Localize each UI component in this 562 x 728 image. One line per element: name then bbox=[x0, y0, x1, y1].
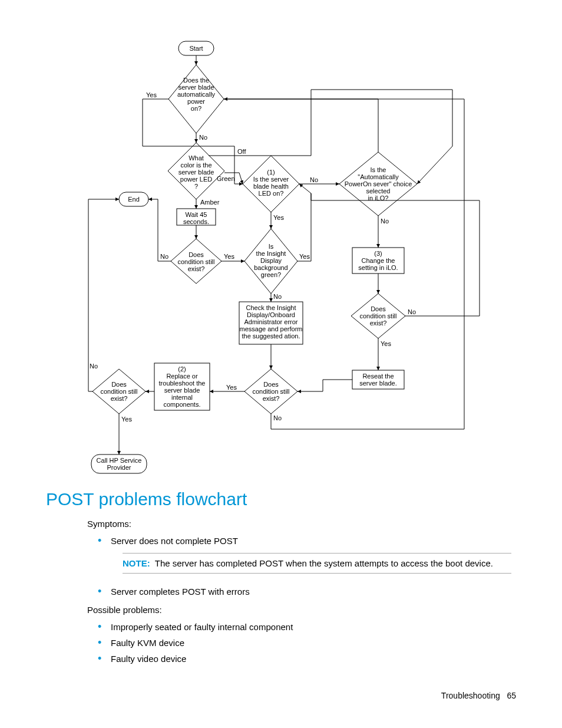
node-ledcolor: Whatcolor is theserver bladepower LED? bbox=[170, 154, 223, 190]
node-wait: Wait 45seconds. bbox=[177, 211, 216, 225]
node-checkins: Check the InsightDisplay/OnboardAdminist… bbox=[239, 304, 303, 340]
lbl-green: Green bbox=[217, 176, 235, 182]
node-cond3: Doescondition stillexist? bbox=[94, 381, 144, 402]
lbl-no: No bbox=[199, 134, 207, 141]
lbl-no5: No bbox=[381, 218, 389, 225]
problem-item: Faulty KVM device bbox=[87, 637, 511, 649]
page-footer: Troubleshooting 65 bbox=[441, 690, 516, 702]
node-changeilo: (3)Change thesetting in iLO. bbox=[352, 250, 404, 271]
node-replace: (2)Replace ortroubleshoot theserver blad… bbox=[154, 365, 210, 408]
node-iloset: Is the"AutomaticallyPowerOn sever" choic… bbox=[342, 166, 415, 202]
problem-item: Faulty video device bbox=[87, 653, 511, 665]
problem-item: Improperly seated or faulty internal com… bbox=[87, 621, 511, 633]
node-reseat: Reseat theserver blade. bbox=[352, 373, 404, 387]
lbl-no7: No bbox=[273, 415, 282, 421]
footer-page: 65 bbox=[507, 691, 516, 700]
node-cond-ilo: Doescondition stillexist? bbox=[353, 305, 403, 327]
lbl-no4: No bbox=[273, 294, 282, 300]
page-heading: POST problems flowchart bbox=[46, 487, 247, 512]
lbl-yes4: Yes bbox=[299, 253, 310, 260]
note-text: The server has completed POST when the s… bbox=[155, 558, 493, 568]
node-end: End bbox=[119, 196, 148, 203]
body-text: Symptoms: Server does not complete POST … bbox=[87, 518, 511, 671]
symptoms-label: Symptoms: bbox=[87, 518, 511, 530]
lbl-yes7: Yes bbox=[121, 416, 132, 423]
lbl-no2: No bbox=[160, 253, 168, 260]
lbl-yes5: Yes bbox=[381, 341, 391, 347]
node-start: Start bbox=[178, 45, 214, 52]
node-callhp: Call HP ServiceProvider bbox=[91, 457, 147, 471]
footer-section: Troubleshooting bbox=[441, 691, 500, 700]
symptom-item: Server completes POST with errors bbox=[87, 585, 511, 598]
lbl-no8: No bbox=[90, 363, 98, 370]
node-autopower: Does theserver bladeautomaticallypoweron… bbox=[170, 77, 223, 112]
lbl-yes3: Yes bbox=[273, 215, 284, 221]
lbl-off: Off bbox=[237, 149, 246, 155]
node-cond1: Doescondition stillexist? bbox=[172, 251, 220, 272]
note-label: NOTE: bbox=[123, 558, 150, 568]
lbl-yes2: Yes bbox=[224, 253, 234, 260]
node-cond2: Doescondition stillexist? bbox=[246, 381, 296, 402]
lbl-amber: Amber bbox=[200, 199, 219, 206]
node-health: (1)Is the serverblade healthLED on? bbox=[245, 169, 297, 197]
node-insight: Isthe InsightDisplaybackgroundgreen? bbox=[246, 243, 296, 278]
note-box: NOTE: The server has completed POST when… bbox=[123, 553, 511, 574]
lbl-no6: No bbox=[408, 309, 416, 315]
lbl-no3: No bbox=[310, 177, 318, 183]
flowchart: Start Does theserver bladeautomaticallyp… bbox=[87, 40, 487, 482]
lbl-yes6: Yes bbox=[226, 384, 237, 391]
symptom-item: Server does not complete POST bbox=[87, 535, 511, 547]
problems-label: Possible problems: bbox=[87, 604, 511, 616]
lbl-yes: Yes bbox=[146, 92, 157, 98]
